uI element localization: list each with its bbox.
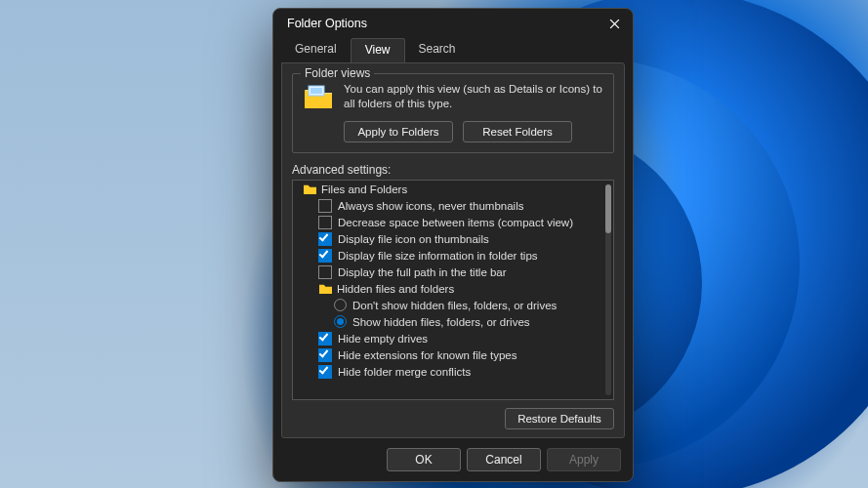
tab-view[interactable]: View xyxy=(351,38,405,62)
tree-label: Decrease space between items (compact vi… xyxy=(338,217,573,228)
tree-group-hidden-files[interactable]: Hidden files and folders xyxy=(297,280,603,297)
apply-button[interactable]: Apply xyxy=(547,448,621,471)
checkbox-icon xyxy=(318,232,332,246)
ok-button[interactable]: OK xyxy=(387,448,461,471)
tree-label: Hide folder merge conflicts xyxy=(338,366,471,378)
folder-icon xyxy=(318,282,333,295)
checkbox-icon xyxy=(318,199,332,213)
checkbox-icon xyxy=(318,332,332,346)
checkbox-icon xyxy=(318,249,332,263)
opt-full-path-titlebar[interactable]: Display the full path in the title bar xyxy=(297,264,603,280)
titlebar: Folder Options xyxy=(273,9,633,34)
tab-general[interactable]: General xyxy=(281,38,351,62)
opt-hide-empty-drives[interactable]: Hide empty drives xyxy=(297,330,603,346)
reset-folders-button[interactable]: Reset Folders xyxy=(463,121,572,142)
folder-views-group: Folder views You can apply this view (su… xyxy=(292,73,614,153)
tree-label: Show hidden files, folders, or drives xyxy=(352,316,530,328)
radio-icon xyxy=(334,299,347,311)
advanced-settings-label: Advanced settings: xyxy=(292,163,614,177)
tree-label: Hide empty drives xyxy=(338,333,428,345)
advanced-settings-tree[interactable]: Files and Folders Always show icons, nev… xyxy=(292,180,614,400)
folder-icon xyxy=(303,82,334,113)
dialog-title: Folder Options xyxy=(287,17,367,30)
tree-label: Hide extensions for known file types xyxy=(338,349,517,361)
opt-file-icon-thumbnails[interactable]: Display file icon on thumbnails xyxy=(297,230,603,247)
folder-options-dialog: Folder Options General View Search Folde… xyxy=(272,8,634,482)
dialog-button-row: OK Cancel Apply xyxy=(273,438,633,481)
opt-always-show-icons[interactable]: Always show icons, never thumbnails xyxy=(297,197,603,214)
tab-search[interactable]: Search xyxy=(405,38,470,62)
tree-label: Hidden files and folders xyxy=(337,283,454,295)
tree-label: Always show icons, never thumbnails xyxy=(338,200,523,212)
folder-views-text: You can apply this view (such as Details… xyxy=(344,82,603,113)
opt-file-size-tips[interactable]: Display file size information in folder … xyxy=(297,247,603,264)
tree-label: Files and Folders xyxy=(321,183,407,195)
cancel-button[interactable]: Cancel xyxy=(467,448,541,471)
opt-show-hidden[interactable]: Show hidden files, folders, or drives xyxy=(297,313,603,330)
scrollbar-thumb[interactable] xyxy=(605,184,611,233)
tree-label: Display the full path in the title bar xyxy=(338,266,507,278)
checkbox-icon xyxy=(318,265,332,279)
checkbox-icon xyxy=(318,365,332,379)
apply-to-folders-button[interactable]: Apply to Folders xyxy=(344,121,453,142)
radio-icon xyxy=(334,315,347,328)
folder-icon xyxy=(303,183,317,195)
tree-root-files-folders[interactable]: Files and Folders xyxy=(297,181,603,197)
tree-scrollbar[interactable] xyxy=(605,184,611,395)
close-icon xyxy=(609,19,620,29)
opt-hide-merge-conflicts[interactable]: Hide folder merge conflicts xyxy=(297,363,603,380)
opt-decrease-space[interactable]: Decrease space between items (compact vi… xyxy=(297,214,603,230)
tree-label: Display file size information in folder … xyxy=(338,250,538,262)
close-button[interactable] xyxy=(607,17,621,30)
tab-strip: General View Search xyxy=(273,34,633,62)
folder-views-label: Folder views xyxy=(301,66,374,80)
tab-body-view: Folder views You can apply this view (su… xyxy=(281,62,625,438)
tree-label: Don't show hidden files, folders, or dri… xyxy=(352,300,557,311)
restore-defaults-button[interactable]: Restore Defaults xyxy=(505,408,614,429)
opt-dont-show-hidden[interactable]: Don't show hidden files, folders, or dri… xyxy=(297,297,603,313)
tree-label: Display file icon on thumbnails xyxy=(338,233,489,245)
checkbox-icon xyxy=(318,348,332,362)
checkbox-icon xyxy=(318,216,332,229)
opt-hide-extensions[interactable]: Hide extensions for known file types xyxy=(297,346,603,363)
